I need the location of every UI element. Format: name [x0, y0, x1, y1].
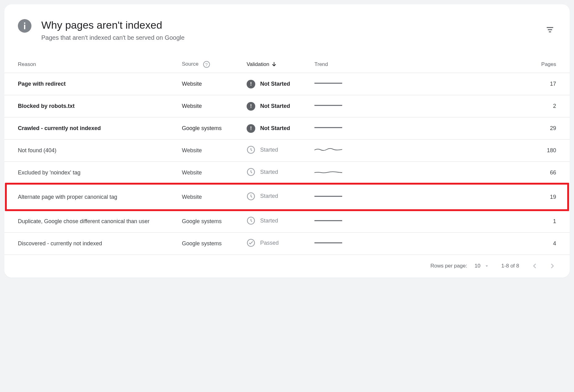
col-header-source-label: Source — [182, 61, 199, 67]
trend-sparkline — [314, 147, 342, 153]
trend-sparkline — [314, 125, 342, 130]
cell-reason: Excluded by 'noindex' tag — [18, 169, 182, 176]
cell-validation: Started — [247, 145, 314, 156]
exclamation-icon: ! — [247, 124, 255, 133]
col-header-source[interactable]: Source ? — [182, 61, 247, 68]
cell-pages: 180 — [355, 147, 556, 154]
cell-validation: Started — [247, 168, 314, 178]
table-row[interactable]: Discovered - currently not indexedGoogle… — [4, 232, 570, 255]
pagination-range: 1-8 of 8 — [501, 263, 519, 269]
trend-sparkline — [314, 80, 342, 86]
filter-icon — [546, 25, 554, 34]
table-row[interactable]: Alternate page with proper canonical tag… — [5, 183, 569, 211]
cell-validation: Passed — [247, 239, 314, 249]
check-circle-icon — [247, 239, 255, 247]
col-header-validation-label: Validation — [247, 61, 269, 67]
clock-icon — [247, 216, 255, 225]
table-header: Reason Source ? Validation Trend Pages — [4, 49, 570, 73]
indexing-reasons-card: Why pages aren't indexed Pages that aren… — [4, 4, 570, 278]
cell-pages: 4 — [355, 240, 556, 247]
validation-label: Started — [260, 169, 278, 175]
cell-trend — [314, 194, 355, 201]
cell-source: Website — [182, 194, 247, 200]
cell-trend — [314, 103, 355, 110]
table-row[interactable]: Blocked by robots.txtWebsite!Not Started… — [4, 95, 570, 117]
rows-per-page-select[interactable]: 10 — [474, 263, 490, 269]
card-header: Why pages aren't indexed Pages that aren… — [4, 4, 570, 49]
cell-validation: !Not Started — [247, 124, 314, 133]
trend-sparkline — [314, 169, 342, 175]
pagination-nav — [531, 262, 556, 270]
cell-reason: Duplicate, Google chose different canoni… — [18, 218, 182, 225]
validation-label: Not Started — [260, 125, 290, 132]
rows-per-page: Rows per page: 10 — [430, 263, 490, 269]
cell-validation: !Not Started — [247, 80, 314, 88]
cell-source: Website — [182, 147, 247, 154]
next-page-button[interactable] — [549, 262, 556, 270]
validation-label: Started — [260, 193, 278, 199]
clock-icon — [247, 192, 255, 201]
clock-icon — [247, 168, 255, 176]
rows-per-page-label: Rows per page: — [430, 263, 467, 269]
table-footer: Rows per page: 10 1-8 of 8 — [4, 255, 570, 278]
cell-trend — [314, 218, 355, 225]
cell-reason: Crawled - currently not indexed — [18, 125, 182, 132]
cell-reason: Alternate page with proper canonical tag — [18, 194, 182, 200]
cell-source: Website — [182, 103, 247, 109]
col-header-pages[interactable]: Pages — [355, 61, 556, 67]
dropdown-caret-icon — [484, 263, 490, 269]
filter-button[interactable] — [546, 19, 559, 35]
trend-sparkline — [314, 218, 342, 223]
table-row[interactable]: Excluded by 'noindex' tagWebsiteStarted6… — [4, 161, 570, 184]
cell-reason: Discovered - currently not indexed — [18, 240, 182, 247]
cell-reason: Page with redirect — [18, 81, 182, 87]
cell-trend — [314, 80, 355, 88]
source-help-icon[interactable]: ? — [203, 61, 210, 68]
svg-rect-4 — [549, 31, 551, 32]
exclamation-icon: ! — [247, 102, 255, 111]
trend-sparkline — [314, 194, 342, 199]
cell-reason: Not found (404) — [18, 147, 182, 154]
prev-page-button[interactable] — [531, 262, 538, 270]
cell-trend — [314, 169, 355, 176]
cell-source: Website — [182, 169, 247, 176]
cell-source: Website — [182, 81, 247, 87]
cell-pages: 29 — [355, 125, 556, 132]
cell-pages: 66 — [355, 169, 556, 176]
col-header-reason[interactable]: Reason — [18, 61, 182, 67]
rows-per-page-value: 10 — [474, 263, 480, 269]
cell-pages: 17 — [355, 81, 556, 87]
cell-validation: !Not Started — [247, 102, 314, 111]
col-header-validation[interactable]: Validation — [247, 61, 314, 67]
cell-pages: 19 — [355, 194, 556, 200]
exclamation-icon: ! — [247, 80, 255, 88]
validation-label: Not Started — [260, 81, 290, 87]
table-body: Page with redirectWebsite!Not Started17B… — [4, 73, 570, 255]
info-icon — [18, 19, 31, 33]
col-header-trend[interactable]: Trend — [314, 61, 355, 67]
svg-rect-3 — [548, 29, 552, 30]
validation-label: Not Started — [260, 103, 290, 109]
table-row[interactable]: Page with redirectWebsite!Not Started17 — [4, 73, 570, 95]
svg-rect-0 — [24, 22, 25, 24]
table-row[interactable]: Crawled - currently not indexedGoogle sy… — [4, 117, 570, 139]
cell-trend — [314, 240, 355, 247]
table-row[interactable]: Not found (404)WebsiteStarted180 — [4, 139, 570, 161]
cell-reason: Blocked by robots.txt — [18, 103, 182, 109]
cell-trend — [314, 125, 355, 132]
cell-pages: 2 — [355, 103, 556, 109]
cell-validation: Started — [247, 192, 314, 202]
cell-pages: 1 — [355, 218, 556, 225]
table-row[interactable]: Duplicate, Google chose different canoni… — [4, 210, 570, 232]
sort-desc-icon — [271, 61, 277, 67]
cell-source: Google systems — [182, 218, 247, 225]
trend-sparkline — [314, 240, 342, 246]
header-text: Why pages aren't indexed Pages that aren… — [41, 19, 546, 41]
cell-source: Google systems — [182, 240, 247, 247]
validation-label: Passed — [260, 240, 279, 246]
svg-rect-2 — [547, 27, 553, 28]
validation-label: Started — [260, 147, 278, 153]
cell-validation: Started — [247, 216, 314, 227]
card-subtitle: Pages that aren't indexed can't be serve… — [41, 34, 546, 41]
cell-trend — [314, 147, 355, 154]
